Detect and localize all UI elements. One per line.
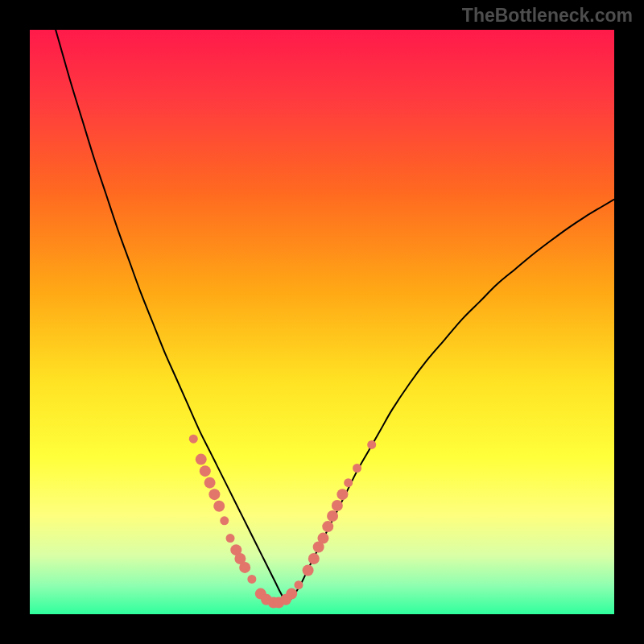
marker-point (327, 510, 338, 522)
marker-point (239, 562, 250, 573)
marker-point (367, 440, 376, 449)
marker-point (308, 553, 320, 564)
marker-point (303, 565, 314, 576)
marker-point (204, 477, 216, 489)
marker-point (247, 575, 256, 584)
marker-point (294, 580, 303, 589)
marker-point (336, 489, 348, 500)
marker-point (208, 489, 220, 500)
marker-point (322, 521, 333, 532)
chart-svg (30, 30, 614, 614)
chart-frame: TheBottleneck.com (0, 0, 644, 644)
watermark-text: TheBottleneck.com (462, 5, 633, 27)
marker-point (332, 500, 343, 511)
plot-area (30, 30, 614, 614)
marker-point (286, 588, 297, 600)
marker-point (213, 501, 225, 512)
gradient-background (30, 30, 614, 614)
marker-point (196, 454, 207, 465)
marker-point (200, 465, 211, 477)
marker-point (344, 478, 353, 487)
marker-point (317, 533, 328, 544)
marker-point (220, 516, 229, 525)
marker-point (226, 534, 235, 543)
marker-point (353, 464, 361, 473)
marker-point (189, 435, 198, 444)
